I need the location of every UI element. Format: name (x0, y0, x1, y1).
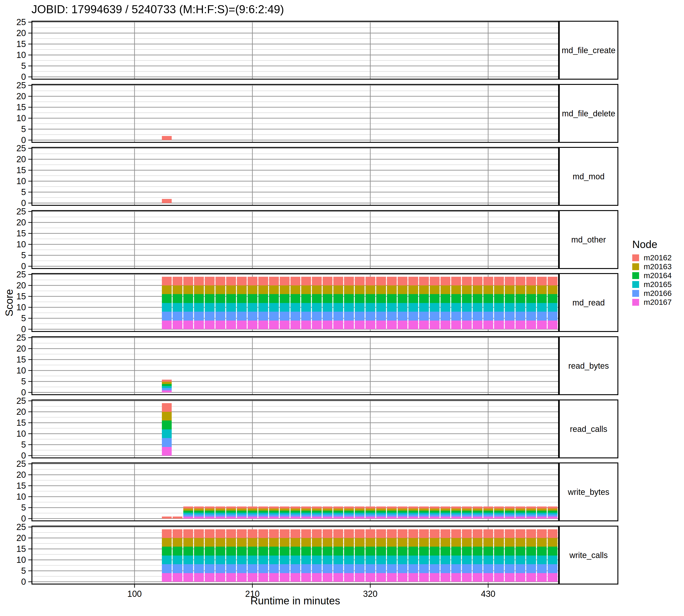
bar-segment (462, 511, 472, 513)
bar-segment (355, 564, 365, 573)
y-tick-label: 20 (17, 218, 26, 227)
bar-segment (248, 516, 257, 519)
bar-segment (483, 555, 493, 564)
bar-segment (462, 514, 472, 516)
bar-segment (248, 509, 257, 511)
bar-segment (397, 555, 407, 564)
y-tick-label: 15 (17, 291, 26, 301)
legend-item: m20167 (632, 298, 672, 307)
bar-segment (269, 312, 279, 320)
bar-segment (516, 321, 525, 329)
bar-segment (408, 529, 418, 538)
bar-segment (183, 294, 193, 303)
bar-segment (397, 277, 407, 285)
bar-segment (505, 514, 515, 516)
bar-segment (183, 312, 193, 320)
bar-segment (494, 516, 504, 519)
bar-segment (387, 511, 397, 513)
bar-segment (419, 277, 429, 285)
legend-item-label: m20164 (644, 271, 672, 280)
bar-segment (162, 538, 172, 547)
bar-segment (269, 509, 279, 511)
bar-segment (419, 529, 429, 538)
bar-segment (387, 564, 397, 573)
bar-segment (162, 403, 172, 412)
bar-segment (344, 509, 354, 511)
bar-segment (344, 555, 354, 564)
bar-segment (194, 312, 204, 320)
bar-segment (269, 321, 279, 329)
bar-segment (355, 285, 365, 294)
bar-segment (462, 509, 472, 511)
bar-segment (312, 516, 322, 519)
bar-segment (301, 547, 311, 555)
bar-segment (526, 555, 536, 564)
bar-segment (344, 511, 354, 513)
bar-segment (162, 555, 172, 564)
bar-segment (248, 555, 257, 564)
bar-segment (494, 294, 504, 303)
bar-segment (408, 506, 418, 509)
bar-segment (355, 514, 365, 516)
bar-segment (215, 573, 225, 582)
y-tick-label: 15 (17, 481, 26, 490)
y-tick-label: 5 (21, 250, 26, 260)
bar-segment (194, 321, 204, 329)
bar-segment (419, 547, 429, 555)
bar-segment (376, 506, 386, 509)
bar-segment (258, 312, 268, 320)
bar-segment (162, 388, 172, 390)
bar-segment (387, 285, 397, 294)
bar-segment (237, 514, 247, 516)
bar-segment (258, 513, 268, 515)
bar-segment (505, 294, 515, 303)
bar-segment (376, 294, 386, 303)
y-tick-label: 10 (17, 303, 26, 312)
bar-segment (473, 511, 482, 513)
facet-panel-write_bytes: 0510152025write_bytes (17, 459, 618, 523)
bar-segment (248, 513, 257, 515)
bar-segment (440, 294, 450, 303)
bar-segment (473, 573, 482, 582)
bar-segment (537, 285, 547, 294)
bar-segment (537, 506, 547, 509)
bar-segment (430, 547, 439, 555)
bar-segment (205, 516, 214, 519)
bar-segment (194, 555, 204, 564)
bar-segment (226, 513, 236, 515)
bar-segment (505, 509, 515, 511)
bar-segment (516, 312, 525, 320)
y-tick-label: 5 (21, 377, 26, 386)
bar-segment (505, 303, 515, 312)
bar-segment (301, 511, 311, 513)
bar-segment (280, 513, 290, 515)
bar-segment (323, 506, 333, 509)
bar-segment (183, 516, 193, 519)
bar-segment (248, 303, 257, 312)
bar-segment (408, 516, 418, 519)
facet-strip-label: write_bytes (568, 487, 609, 497)
bar-segment (344, 294, 354, 303)
bar-segment (323, 321, 333, 329)
bar-segment (526, 573, 536, 582)
bar-segment (183, 285, 193, 294)
bar-segment (291, 277, 300, 285)
bar-segment (344, 506, 354, 509)
bar-segment (194, 573, 204, 582)
bar-segment (226, 509, 236, 511)
bar-segment (505, 564, 515, 573)
bar-segment (280, 285, 290, 294)
bar-segment (258, 555, 268, 564)
bar-segment (387, 516, 397, 519)
bar-segment (162, 384, 172, 386)
bar-segment (301, 506, 311, 509)
bar-segment (269, 294, 279, 303)
bar-segment (215, 529, 225, 538)
bar-segment (344, 321, 354, 329)
bar-segment (205, 529, 214, 538)
bar-segment (365, 506, 375, 509)
bar-segment (397, 547, 407, 555)
legend-swatch (632, 263, 639, 270)
bar-segment (494, 312, 504, 320)
bar-segment (333, 303, 343, 312)
